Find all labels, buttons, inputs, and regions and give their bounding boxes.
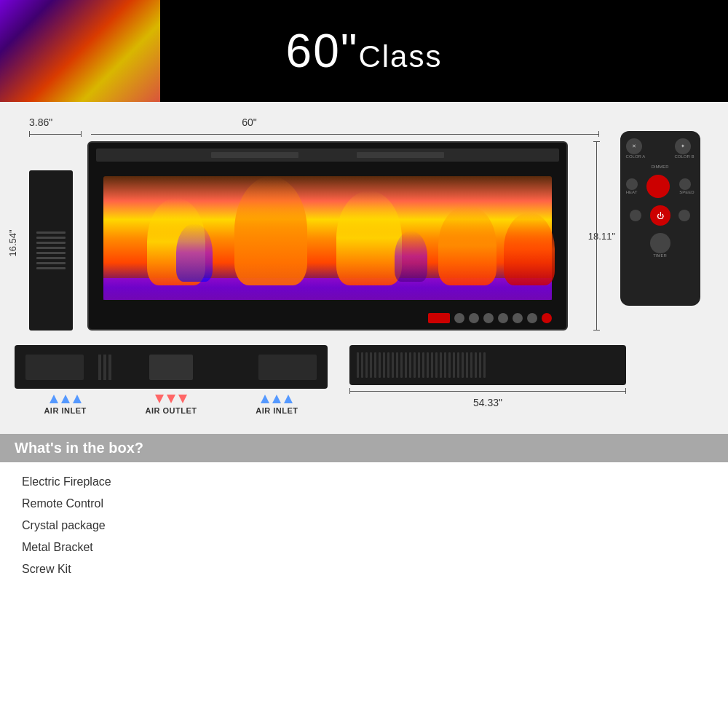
top-view-diagram: AIR INLET AIR OUTLET A (15, 345, 328, 421)
top-bar-detail-left (211, 152, 298, 158)
right-dim-tick-bottom (593, 330, 600, 331)
heat-label: HEAT (626, 190, 638, 194)
remote-control-image: ✕ COLOR A ✦ COLOR B DIMMER HEAT (620, 131, 700, 306)
bottom-dim-line (350, 391, 625, 392)
center-dial-btn[interactable] (646, 175, 670, 198)
remote-row-2: HEAT SPEED (626, 175, 695, 198)
timer-label: TIMER (626, 253, 695, 258)
control-btn-2 (469, 313, 479, 323)
fireplace-top-bar (96, 149, 559, 162)
bottom-views-section: AIR INLET AIR OUTLET A (0, 338, 728, 428)
size-label: 60" (286, 25, 359, 77)
vent-slot-2 (103, 355, 106, 380)
color-b-label: COLOR B (675, 154, 695, 159)
arrow-down-2 (167, 395, 175, 403)
flame-blue-1 (176, 223, 213, 282)
fireplace-diagram: 16.54" (29, 141, 599, 331)
arrows-up-left (50, 395, 82, 403)
arrow-up-2 (61, 395, 70, 403)
whats-in-box-header: What's in the box? (0, 434, 728, 462)
dim-tick-right (598, 131, 599, 137)
arrows-up-right (261, 395, 293, 403)
color-b-btn: ✦ (675, 138, 691, 154)
air-inlet-right-label: AIR INLET (256, 406, 298, 415)
right-dim-tick-top (593, 141, 600, 142)
box-item-3: Metal Bracket (22, 537, 706, 558)
top-bar-detail-right (357, 152, 444, 158)
box-item-2: Crystal package (22, 515, 706, 537)
timer-btn[interactable] (650, 233, 670, 253)
vent-slot-1 (98, 355, 101, 380)
bottom-tick-right (625, 388, 626, 394)
bottom-view-body (349, 345, 626, 385)
power-btn[interactable]: ⏻ (650, 205, 670, 226)
box-contents: Electric FireplaceRemote ControlCrystal … (0, 462, 728, 728)
side-unit-diagram (29, 170, 73, 331)
flame-orange-4 (438, 205, 496, 285)
arrow-down-1 (155, 395, 164, 403)
side-vents (36, 232, 66, 269)
bottom-width-label: 54.33" (349, 397, 626, 408)
box-item-4: Screw Kit (22, 558, 706, 580)
top-view-body (15, 345, 328, 389)
left-diagram: 3.86" 60" (15, 116, 599, 331)
box-item-1: Remote Control (22, 493, 706, 515)
flame-background (0, 0, 160, 102)
dimmer-label: DIMMER (651, 165, 668, 169)
flame-orange-2 (234, 176, 307, 285)
color-a-group: ✕ COLOR A (626, 138, 646, 159)
bottom-dim-row (349, 388, 626, 394)
speed-label: SPEED (679, 190, 694, 194)
remote-extra-btn-2 (678, 210, 690, 221)
control-btn-1 (454, 313, 464, 323)
bottom-vent-lines (357, 352, 619, 378)
air-inlet-right: AIR INLET (256, 395, 298, 415)
dim-tick-mid (81, 131, 82, 137)
main-content: 3.86" 60" (0, 102, 728, 728)
dimmer-group: DIMMER (651, 165, 668, 169)
vent-slot-3 (108, 355, 111, 380)
air-outlet-center: AIR OUTLET (146, 395, 197, 415)
arrow-up-5 (272, 395, 281, 403)
arrow-down-3 (178, 395, 187, 403)
speed-group: SPEED (679, 178, 694, 194)
contents-list: Electric FireplaceRemote ControlCrystal … (22, 471, 706, 580)
class-label: Class (358, 39, 442, 74)
center-vent-area (98, 355, 135, 380)
box-item-0: Electric Fireplace (22, 471, 706, 493)
header-banner: 60"Class (0, 0, 728, 102)
air-inlet-left-label: AIR INLET (44, 406, 86, 415)
airflow-section: AIR INLET AIR OUTLET A (15, 389, 328, 421)
arrow-up-3 (73, 395, 82, 403)
bottom-view-diagram: 54.33" (349, 345, 626, 421)
power-indicator (542, 313, 552, 323)
dimensions-section: 3.86" 60" (0, 102, 728, 338)
arrow-up-4 (261, 395, 269, 403)
control-btn-6 (527, 313, 537, 323)
depth-label: 3.86" (29, 116, 52, 128)
heat-btn (626, 178, 638, 190)
flame-purple-1 (395, 231, 427, 282)
product-title: 60"Class (286, 24, 443, 78)
fireplace-front-view (87, 141, 568, 331)
remote-extra-btn-1 (630, 210, 641, 221)
vent-block-right (258, 355, 317, 380)
bottom-controls (428, 313, 552, 323)
timer-group: TIMER (626, 233, 695, 258)
control-btn-4 (498, 313, 508, 323)
dim-line-width (91, 134, 598, 135)
flame-red-1 (504, 213, 555, 285)
air-inlet-left: AIR INLET (44, 395, 86, 415)
control-btn-5 (513, 313, 523, 323)
control-btn-3 (483, 313, 494, 323)
remote-row-1: ✕ COLOR A ✦ COLOR B (626, 138, 695, 159)
right-dim-line (596, 141, 597, 331)
flame-orange-3 (336, 191, 402, 285)
color-a-btn: ✕ (626, 138, 642, 154)
flame-overlay (103, 176, 552, 300)
vent-block-left (25, 355, 84, 380)
speed-btn (679, 178, 691, 190)
whats-in-box-title: What's in the box? (15, 440, 713, 456)
arrows-down-center (155, 395, 187, 403)
remote-section: ✕ COLOR A ✦ COLOR B DIMMER HEAT (599, 116, 713, 331)
